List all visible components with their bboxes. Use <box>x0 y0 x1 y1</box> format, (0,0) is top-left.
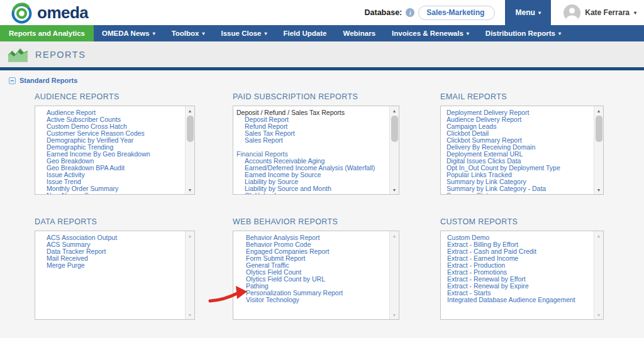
report-link-form-submit-report[interactable]: Form Submit Report <box>233 255 386 262</box>
nav-item-distribution-reports[interactable]: Distribution Reports▾ <box>477 25 569 41</box>
scroll-down-button[interactable]: ▼ <box>390 310 399 319</box>
report-link-summary-stats[interactable]: Summary Stats <box>441 192 591 195</box>
scrollbar[interactable]: ▲▼ <box>389 231 399 319</box>
report-link-extract-earned-income[interactable]: Extract - Earned Income <box>441 255 591 262</box>
scroll-up-button[interactable]: ▲ <box>390 231 399 240</box>
report-link-digital-issues-clicks-data[interactable]: Digital Issues Clicks Data <box>441 158 591 165</box>
scrollbar[interactable]: ▲▼ <box>389 106 399 194</box>
report-link-earned-income-by-source[interactable]: Earned Income by Source <box>233 172 386 178</box>
report-link-campaign-leads[interactable]: Campaign Leads <box>441 123 591 130</box>
report-link-accounts-receivable-aging[interactable]: Accounts Receivable Aging <box>233 158 386 165</box>
report-link-mail-received[interactable]: Mail Received <box>35 255 182 262</box>
report-link-data-tracker-report[interactable]: Data Tracker Report <box>35 248 182 255</box>
report-link-summary-by-link-category-data[interactable]: Summary by Link Category - Data <box>441 185 591 192</box>
report-link-personalization-summary-report[interactable]: Personalization Summary Report <box>233 290 386 297</box>
scroll-thumb[interactable] <box>391 116 398 142</box>
report-link-liability-by-source-and-month[interactable]: Liability by Source and Month <box>233 185 386 192</box>
report-link-clickbot-summary-report[interactable]: Clickbot Summary Report <box>441 137 591 144</box>
report-link-delivery-by-receiving-domain[interactable]: Delivery By Receiving Domain <box>441 144 591 151</box>
info-icon[interactable]: i <box>406 8 414 17</box>
nav-item-issue-close[interactable]: Issue Close▾ <box>213 25 275 41</box>
report-link-demographic-by-verified-year[interactable]: Demographic by Verified Year <box>35 137 182 144</box>
report-link-custom-demo-cross-hatch[interactable]: Custom Demo Cross Hatch <box>35 123 182 130</box>
scroll-down-button[interactable]: ▼ <box>390 185 399 194</box>
nav-item-reports-and-analytics[interactable]: Reports and Analytics <box>0 25 94 41</box>
report-link-acs-summary[interactable]: ACS Summary <box>35 241 182 248</box>
scroll-thumb[interactable] <box>596 116 602 142</box>
report-link-behavior-analysis-report[interactable]: Behavior Analysis Report <box>233 234 386 241</box>
scroll-down-button[interactable]: ▼ <box>594 185 603 194</box>
nav-item-field-update[interactable]: Field Update <box>275 25 335 41</box>
report-link-summary-by-link-category[interactable]: Summary by Link Category <box>441 178 591 185</box>
scrollbar[interactable]: ▲▼ <box>185 106 194 194</box>
user-menu[interactable]: Kate Ferrara ▾ <box>551 4 644 21</box>
report-link-extract-renewal-by-expire[interactable]: Extract - Renewal by Expire <box>441 283 591 290</box>
scroll-up-button[interactable]: ▲ <box>186 231 194 240</box>
scrollbar[interactable]: ▲▼ <box>185 231 194 319</box>
scroll-up-button[interactable]: ▲ <box>390 106 399 115</box>
report-link-merge-purge[interactable]: Merge Purge <box>35 262 182 269</box>
report-link-earned-income-by-geo-breakdown[interactable]: Earned Income By Geo Breakdown <box>35 151 182 158</box>
report-link-issue-trend[interactable]: Issue Trend <box>35 178 182 185</box>
report-link-active-subscriber-counts[interactable]: Active Subscriber Counts <box>35 116 182 123</box>
report-link-extract-production[interactable]: Extract - Production <box>441 262 591 269</box>
report-link-customer-service-reason-codes[interactable]: Customer Service Reason Codes <box>35 130 182 137</box>
scroll-thumb[interactable] <box>187 116 194 142</box>
report-link-extract-cash-and-paid-credit[interactable]: Extract - Cash and Paid Credit <box>441 248 591 255</box>
report-link-custom-demo[interactable]: Custom Demo <box>441 234 591 241</box>
report-link-behavior-promo-code[interactable]: Behavior Promo Code <box>233 241 386 248</box>
report-link-deployment-delivery-report[interactable]: Deployment Delivery Report <box>441 109 591 116</box>
report-link-demographic-trending[interactable]: Demographic Trending <box>35 144 182 151</box>
nav-item-toolbox[interactable]: Toolbox▾ <box>164 25 213 41</box>
report-link-pathing[interactable]: Pathing <box>233 283 386 290</box>
scroll-track[interactable] <box>594 115 603 185</box>
report-link-clickbot-detail[interactable]: Clickbot Detail <box>441 130 591 137</box>
scrollbar[interactable]: ▲▼ <box>594 231 603 319</box>
collapse-icon[interactable]: − <box>9 77 16 84</box>
report-link-opt-in-out-count-by-deployment-type[interactable]: Opt In_Out Count by Deployment Type <box>441 165 591 172</box>
database-input[interactable]: Sales-Marketing <box>418 6 495 20</box>
scroll-track[interactable] <box>594 240 603 310</box>
scroll-track[interactable] <box>186 115 194 185</box>
scroll-track[interactable] <box>390 115 399 185</box>
scroll-track[interactable] <box>186 240 194 310</box>
scrollbar[interactable]: ▲▼ <box>594 106 603 194</box>
scroll-track[interactable] <box>390 240 399 310</box>
nav-item-omeda-news[interactable]: OMEDA News▾ <box>94 25 164 41</box>
report-link-earned-deferred-income-analysis-waterfall[interactable]: Earned/Deferred Income Analysis (Waterfa… <box>233 165 386 172</box>
report-link-audience-report[interactable]: Audience Report <box>35 109 182 116</box>
report-link-engaged-companies-report[interactable]: Engaged Companies Report <box>233 248 386 255</box>
report-link-gl-upload[interactable]: GL Upload <box>233 192 386 195</box>
report-link-geo-breakdown[interactable]: Geo Breakdown <box>35 158 182 165</box>
report-link-extract-starts[interactable]: Extract - Starts <box>441 290 591 297</box>
scroll-up-button[interactable]: ▲ <box>186 106 194 115</box>
report-link-visitor-technology[interactable]: Visitor Technology <box>233 297 386 303</box>
report-link-refund-report[interactable]: Refund Report <box>233 123 386 130</box>
report-link-extract-promotions[interactable]: Extract - Promotions <box>441 269 591 276</box>
scroll-down-button[interactable]: ▼ <box>186 310 194 319</box>
scroll-up-button[interactable]: ▲ <box>594 106 603 115</box>
report-link-acs-association-output[interactable]: ACS Association Output <box>35 234 182 241</box>
report-link-extract-renewal-by-effort[interactable]: Extract - Renewal by Effort <box>441 276 591 283</box>
report-link-monthly-order-summary[interactable]: Monthly Order Summary <box>35 185 182 192</box>
scroll-down-button[interactable]: ▼ <box>186 185 194 194</box>
report-link-olytics-field-count[interactable]: Olytics Field Count <box>233 269 386 276</box>
report-link-general-traffic[interactable]: General Traffic <box>233 262 386 269</box>
report-link-olytics-field-count-by-url[interactable]: Olytics Field Count by URL <box>233 276 386 283</box>
report-link-deposit-report[interactable]: Deposit Report <box>233 116 386 123</box>
menu-button[interactable]: Menu ▾ <box>505 0 551 25</box>
omeda-logo[interactable]: omeda <box>10 1 88 25</box>
report-link-liability-by-source[interactable]: Liability by Source <box>233 178 386 185</box>
report-link-deployment-external-url[interactable]: Deployment External URL <box>441 151 591 158</box>
report-link-issue-activity[interactable]: Issue Activity <box>35 172 182 178</box>
report-link-popular-links-tracked[interactable]: Popular Links Tracked <box>441 172 591 178</box>
nav-item-webinars[interactable]: Webinars <box>335 25 384 41</box>
report-link-new-names-source[interactable]: New Names Source <box>35 192 182 195</box>
report-link-integrated-database-audience-engagement[interactable]: Integrated Database Audience Engagement <box>441 297 591 303</box>
scroll-up-button[interactable]: ▲ <box>594 231 603 240</box>
report-link-audience-delivery-report[interactable]: Audience Delivery Report <box>441 116 591 123</box>
scroll-down-button[interactable]: ▼ <box>594 310 603 319</box>
report-link-geo-breakdown-bpa-audit[interactable]: Geo Breakdown BPA Audit <box>35 165 182 172</box>
nav-item-invoices-renewals[interactable]: Invoices & Renewals▾ <box>384 25 477 41</box>
standard-reports-toggle[interactable]: − Standard Reports <box>0 70 644 84</box>
